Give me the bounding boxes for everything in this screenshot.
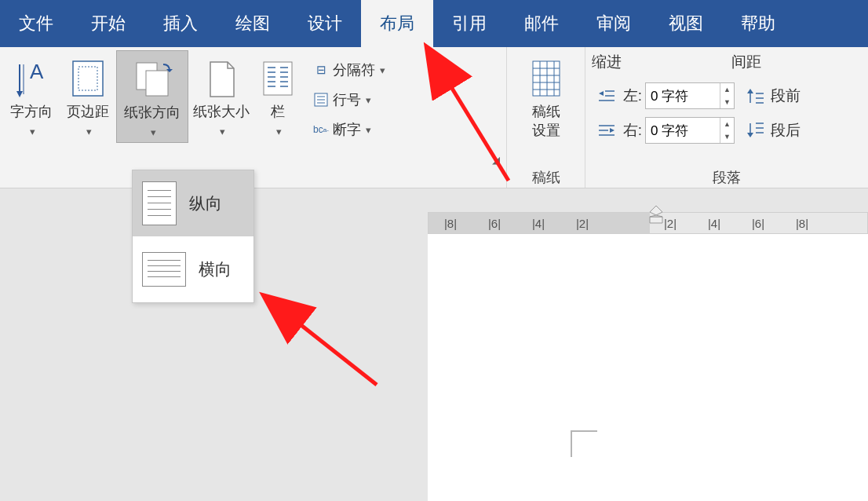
breaks-icon: ⊟: [312, 61, 330, 79]
indent-title: 缩进: [592, 52, 622, 72]
spin-up-icon[interactable]: ▲: [720, 118, 734, 130]
text-direction-label: 字方向: [10, 104, 53, 119]
tab-references[interactable]: 引用: [433, 0, 505, 47]
spacing-after-label: 段后: [769, 120, 801, 141]
line-numbers-label: 行号: [333, 90, 361, 109]
svg-marker-49: [747, 133, 753, 137]
svg-text:A: A: [30, 60, 44, 83]
manuscript-sublabel: 设置: [532, 123, 560, 138]
spacing-after-icon: [746, 122, 766, 139]
size-label: 纸张大小: [193, 104, 250, 119]
hyphenation-icon: bca-: [312, 121, 330, 138]
chevron-down-icon: ▾: [275, 126, 282, 137]
paragraph-group-label: 段落: [585, 167, 868, 188]
line-numbers-icon: [312, 91, 330, 108]
spacing-title: 间距: [731, 52, 761, 72]
spacing-before-label: 段前: [769, 86, 801, 106]
ruler-tick: |4|: [516, 217, 560, 230]
hyphenation-button[interactable]: bca- 断字 ▾: [308, 115, 390, 144]
svg-marker-2: [16, 91, 23, 97]
columns-button[interactable]: 栏▾: [254, 50, 301, 141]
hyphenation-label: 断字: [333, 120, 361, 139]
tab-insert[interactable]: 插入: [144, 0, 217, 47]
ruler-tick: |2|: [560, 217, 604, 230]
columns-icon: [261, 57, 294, 101]
tab-review[interactable]: 审阅: [578, 0, 650, 47]
portrait-thumb-icon: [142, 181, 177, 225]
ruler-indent-marker[interactable]: [648, 206, 664, 225]
manuscript-group-label: 稿纸: [507, 167, 585, 188]
ribbon-tabbar: 文件 开始 插入 绘图 设计 布局 引用 邮件 审阅 视图 帮助: [0, 0, 868, 47]
spacing-before-icon: [746, 87, 766, 104]
tab-draw[interactable]: 绘图: [217, 0, 289, 47]
tab-mailings[interactable]: 邮件: [505, 0, 578, 47]
margins-icon: [71, 57, 105, 101]
indent-left-label: 左:: [620, 86, 642, 106]
tab-help[interactable]: 帮助: [722, 0, 794, 47]
breaks-label: 分隔符: [333, 60, 375, 79]
spin-down-icon[interactable]: ▼: [720, 130, 734, 143]
chevron-down-icon: ▾: [149, 126, 156, 138]
tab-layout[interactable]: 布局: [361, 0, 433, 47]
ruler-tick: |8|: [780, 217, 824, 230]
portrait-label: 纵向: [189, 192, 222, 214]
svg-rect-7: [146, 71, 168, 96]
chevron-down-icon: ▾: [85, 126, 92, 137]
ruler-tick: |6|: [736, 217, 780, 230]
svg-marker-44: [610, 128, 615, 133]
ruler-tick: |6|: [472, 217, 516, 230]
ruler-tick: |4|: [692, 217, 736, 230]
manuscript-label: 稿纸: [532, 104, 560, 119]
orientation-icon: [132, 57, 173, 101]
orientation-label: 纸张方向: [124, 104, 181, 120]
svg-marker-50: [650, 206, 662, 215]
chevron-down-icon: ▾: [28, 126, 35, 137]
breaks-button[interactable]: ⊟ 分隔符 ▾: [308, 55, 390, 85]
line-numbers-button[interactable]: 行号 ▾: [308, 85, 390, 115]
indent-right-spinner[interactable]: ▲▼: [645, 117, 735, 144]
svg-marker-51: [650, 217, 662, 223]
margins-label: 页边距: [67, 104, 109, 119]
indent-right-icon: [596, 122, 617, 139]
text-direction-button[interactable]: A 字方向▾: [3, 50, 60, 141]
margins-button[interactable]: 页边距▾: [60, 50, 116, 141]
indent-left-icon: [596, 87, 617, 104]
dialog-launcher-icon[interactable]: ◢: [492, 154, 503, 167]
tab-home[interactable]: 开始: [72, 0, 144, 47]
indent-right-input[interactable]: [646, 118, 720, 143]
orientation-landscape[interactable]: 横向: [133, 236, 253, 302]
spin-down-icon[interactable]: ▼: [720, 96, 734, 108]
chevron-down-icon: ▾: [378, 64, 385, 76]
size-icon: [206, 57, 237, 101]
orientation-portrait[interactable]: 纵向: [133, 170, 253, 236]
landscape-thumb-icon: [142, 252, 186, 287]
chevron-down-icon: ▾: [364, 124, 371, 136]
indent-left-spinner[interactable]: ▲▼: [645, 82, 735, 109]
manuscript-button[interactable]: 稿纸设置: [510, 50, 582, 140]
indent-left-input[interactable]: [646, 83, 720, 108]
chevron-down-icon: ▾: [218, 126, 225, 137]
text-direction-icon: A: [16, 57, 47, 101]
margin-corner-mark: [571, 430, 597, 457]
svg-marker-40: [747, 89, 753, 93]
manuscript-icon: [530, 57, 563, 101]
ruler-tick: |8|: [429, 217, 472, 230]
columns-label: 栏: [271, 104, 285, 119]
svg-rect-24: [533, 61, 560, 96]
chevron-down-icon: ▾: [364, 94, 371, 106]
orientation-button[interactable]: 纸张方向▾: [116, 50, 188, 143]
svg-marker-52: [650, 215, 662, 217]
svg-marker-35: [599, 91, 604, 96]
ribbon: A 字方向▾ 页边距▾: [0, 47, 868, 188]
horizontal-ruler[interactable]: |8| |6| |4| |2| |2| |4| |6| |8|: [428, 212, 868, 234]
tab-view[interactable]: 视图: [650, 0, 722, 47]
tab-file[interactable]: 文件: [0, 0, 72, 47]
size-button[interactable]: 纸张大小▾: [188, 50, 254, 141]
document-page[interactable]: [428, 234, 868, 501]
landscape-label: 横向: [199, 258, 232, 280]
svg-line-55: [265, 297, 377, 385]
spin-up-icon[interactable]: ▲: [720, 83, 734, 96]
indent-right-label: 右:: [620, 120, 642, 141]
orientation-dropdown: 纵向 横向: [132, 170, 254, 303]
tab-design[interactable]: 设计: [289, 0, 361, 47]
